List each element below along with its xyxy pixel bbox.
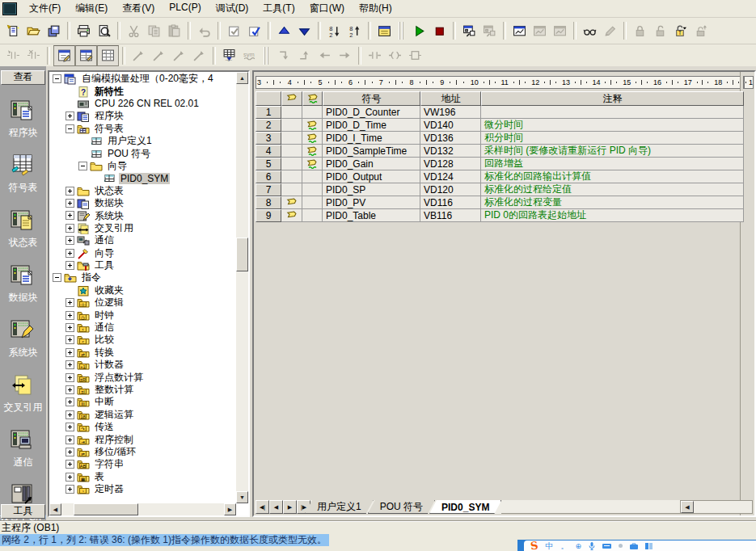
symbol-cell[interactable]: PID0_SampleTime: [323, 145, 420, 158]
toolbox-icon[interactable]: [630, 543, 638, 549]
tree-item[interactable]: ±I整数计算: [49, 384, 236, 396]
tree-item-label[interactable]: PID0_SYM: [119, 173, 170, 184]
sheet-tab-1[interactable]: 用户定义1: [305, 500, 374, 514]
compile-button[interactable]: [224, 21, 244, 40]
tree-item-label[interactable]: 向导: [106, 159, 129, 173]
sheet-tab-3[interactable]: PID0_SYM: [429, 500, 501, 514]
address-cell[interactable]: VD116: [420, 196, 481, 209]
tree-item[interactable]: 通信: [49, 234, 236, 246]
tree-expander-collapsed[interactable]: [65, 298, 74, 307]
print-button[interactable]: [74, 21, 94, 40]
symbol-cell[interactable]: PID0_D_Time: [323, 119, 420, 132]
menu-7[interactable]: 窗口(W): [302, 0, 352, 17]
tree-expander-collapsed[interactable]: [65, 236, 74, 245]
tree-expander-collapsed[interactable]: [65, 261, 74, 270]
menu-8[interactable]: 帮助(H): [352, 0, 399, 17]
tree-expander-expanded[interactable]: [53, 74, 61, 83]
tree-item[interactable]: 系统块: [49, 209, 236, 221]
tree-scroll-up-button[interactable]: ▲: [236, 72, 248, 84]
comment-cell[interactable]: 标准化的回路输出计算值: [481, 170, 744, 183]
tree-item[interactable]: 符号表: [49, 123, 236, 135]
tree-scroll-right-button[interactable]: ▶: [224, 503, 236, 515]
symbol-cell[interactable]: PID0_Table: [323, 209, 420, 222]
sogou-logo-icon[interactable]: S: [530, 540, 538, 551]
row-number-cell[interactable]: 2: [256, 119, 281, 132]
tree-item-label[interactable]: 定时器: [93, 482, 125, 496]
force-trend-button[interactable]: T: [670, 21, 691, 40]
nav-item-system-block[interactable]: 系统块: [0, 318, 46, 360]
row-number-cell[interactable]: 9: [256, 209, 281, 222]
tree-item[interactable]: 向导: [49, 160, 236, 172]
flag-cell-2[interactable]: [302, 209, 323, 222]
comment-column-header[interactable]: 注释: [481, 91, 744, 106]
comment-cell[interactable]: 采样时间 (要修改请重新运行 PID 向导): [481, 145, 744, 158]
tree-expander-collapsed[interactable]: [65, 373, 74, 382]
symbol-overlap-column-header[interactable]: [302, 91, 323, 106]
keyboard-icon[interactable]: [602, 543, 611, 549]
address-cell[interactable]: VD124: [420, 170, 481, 183]
tree-item[interactable]: 自编模拟量处理（0-20毫安，4: [49, 73, 236, 85]
comment-cell[interactable]: 回路增益: [481, 158, 744, 170]
flag-cell-2[interactable]: [302, 119, 323, 132]
comment-cell[interactable]: 积分时间: [481, 132, 744, 145]
tree-expander-expanded[interactable]: [78, 162, 87, 170]
apply-symbols-button[interactable]: ⊣⊢: [219, 46, 239, 65]
flag-cell-2[interactable]: [302, 170, 323, 183]
address-cell[interactable]: VD128: [420, 158, 481, 170]
tree-item[interactable]: 向导: [49, 246, 236, 259]
tree-item[interactable]: 用户定义1: [49, 135, 236, 147]
tree-item[interactable]: <比较: [49, 334, 236, 346]
nav-item-communications[interactable]: 通信: [0, 428, 46, 469]
flag-cell-1[interactable]: [281, 196, 302, 209]
flag-cell-1[interactable]: [281, 209, 302, 222]
run-button[interactable]: [409, 21, 429, 40]
flag-cell-1[interactable]: [281, 145, 302, 158]
flag-cell-1[interactable]: [281, 158, 302, 170]
row-number-cell[interactable]: 1: [256, 106, 281, 119]
tree-scroll-left-button[interactable]: ◀: [49, 503, 61, 515]
flag-cell-2[interactable]: [302, 145, 323, 158]
print-preview-button[interactable]: [94, 21, 114, 40]
comment-cell[interactable]: PID 0的回路表起始地址: [481, 209, 744, 222]
tree-expander-collapsed[interactable]: [65, 311, 74, 320]
tree-horizontal-scrollbar[interactable]: ◀ ▶: [49, 503, 236, 515]
symbol-cell[interactable]: PID0_PV: [323, 196, 420, 209]
view-editor-toggle-3[interactable]: +: [97, 45, 119, 66]
menu-6[interactable]: 工具(T): [256, 0, 302, 17]
row-number-cell[interactable]: 6: [256, 170, 281, 183]
tree-expander-collapsed[interactable]: [65, 348, 74, 357]
tree-expander-collapsed[interactable]: [65, 199, 74, 208]
tree-item[interactable]: ⊣⊢位逻辑: [49, 297, 236, 309]
tree-vscroll-thumb[interactable]: [236, 238, 248, 271]
address-cell[interactable]: VD120: [420, 183, 481, 196]
tab-scroll-prev-button[interactable]: ◀: [269, 500, 283, 514]
flag-cell-2[interactable]: [302, 158, 323, 170]
download-button[interactable]: [294, 21, 315, 40]
nav-item-symbol-table[interactable]: 符号表: [0, 154, 46, 195]
tree-item[interactable]: ±R浮点数计算: [49, 371, 236, 383]
address-cell[interactable]: VW196: [420, 106, 481, 119]
upload-button[interactable]: [274, 21, 294, 40]
skin-icon[interactable]: [645, 543, 653, 549]
tree-item[interactable]: ?新特性: [49, 85, 236, 97]
emoji-icon[interactable]: ⊕: [575, 542, 581, 550]
address-column-header[interactable]: 地址: [420, 91, 481, 106]
tab-scroll-track[interactable]: [501, 500, 684, 514]
sort-ascending-button[interactable]: 82: [324, 21, 344, 40]
flag-cell-2[interactable]: [302, 132, 323, 145]
tree-item[interactable]: ⇌移位/循环: [49, 446, 236, 458]
tree-expander-collapsed[interactable]: [65, 335, 74, 344]
flag-cell-2[interactable]: [302, 183, 323, 196]
navbar-view-header[interactable]: 查看: [1, 70, 45, 85]
tree-item[interactable]: 交叉引用: [49, 222, 236, 234]
tree-expander-collapsed[interactable]: [65, 473, 74, 482]
punctuation-icon[interactable]: 。: [560, 542, 568, 550]
symbol-cell[interactable]: PID0_SP: [323, 183, 420, 196]
tree-item[interactable]: ◷时钟: [49, 309, 236, 321]
microphone-icon[interactable]: [589, 542, 595, 550]
tree-expander-expanded[interactable]: [65, 124, 74, 133]
address-cell[interactable]: VD136: [420, 132, 481, 145]
nav-item-data-block[interactable]: 数据块: [0, 263, 46, 305]
tree-vertical-scrollbar[interactable]: ▲ ▼: [236, 72, 248, 503]
tree-item[interactable]: AB字符串: [49, 458, 236, 470]
